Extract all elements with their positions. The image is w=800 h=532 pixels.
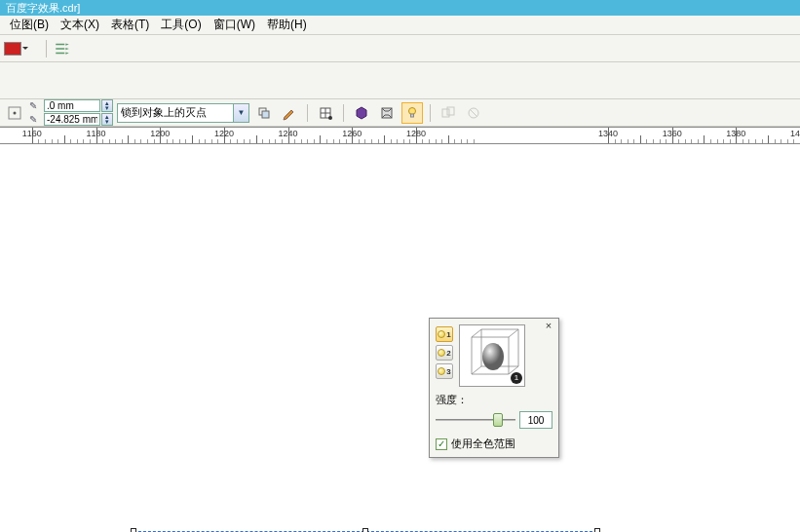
anchor-dropdown[interactable]: ▼	[117, 103, 249, 123]
svg-rect-10	[447, 107, 454, 115]
y-icon: ✎	[29, 114, 43, 126]
separator	[46, 40, 47, 57]
canvas[interactable]: × 1 2 3 1 强度：	[0, 144, 800, 514]
separator	[307, 104, 308, 122]
light-slots: 1 2 3	[436, 326, 453, 379]
y-spinner[interactable]: ▴▾	[101, 113, 113, 126]
light-3-button[interactable]: 3	[436, 363, 453, 379]
depth-button[interactable]	[351, 102, 372, 124]
title-text: 百度字效果.cdr]	[6, 2, 80, 14]
svg-point-1	[14, 111, 17, 114]
menu-text[interactable]: 文本(X)	[55, 15, 105, 35]
ruler-label: 1360	[663, 129, 682, 138]
title-bar: 百度字效果.cdr]	[0, 0, 800, 16]
ruler-label: 1200	[150, 129, 170, 138]
svg-point-5	[328, 116, 332, 120]
lighting-preview[interactable]: 1	[459, 324, 525, 387]
page-rotation-button[interactable]	[315, 102, 336, 124]
x-icon: ✎	[29, 100, 43, 112]
ruler-label: 1160	[22, 129, 42, 138]
intensity-slider[interactable]	[436, 411, 515, 429]
resize-handle[interactable]	[131, 528, 136, 532]
svg-rect-3	[262, 111, 269, 118]
anchor-input[interactable]	[117, 103, 234, 123]
ruler-label: 1280	[406, 129, 426, 138]
light-badge: 1	[511, 372, 522, 384]
bulb-icon	[438, 367, 445, 375]
resize-handle[interactable]	[362, 528, 368, 532]
bulb-icon	[438, 330, 445, 338]
brush-button[interactable]	[279, 102, 300, 124]
copy-vp-button[interactable]	[253, 102, 275, 124]
color-toolbar	[0, 35, 800, 62]
close-icon[interactable]: ×	[543, 321, 554, 332]
x-spinner[interactable]: ▴▾	[101, 99, 113, 112]
horizontal-ruler[interactable]: 1160118012001220124012601280134013601380…	[0, 127, 800, 144]
lighting-button[interactable]	[401, 102, 423, 124]
checkbox-label: 使用全色范围	[451, 437, 515, 451]
menu-table[interactable]: 表格(T)	[105, 15, 155, 35]
clear-button	[463, 102, 484, 124]
ruler-label: 1240	[279, 129, 298, 138]
svg-point-12	[482, 343, 504, 370]
separator	[343, 104, 344, 122]
chevron-down-icon[interactable]: ▼	[234, 103, 249, 123]
intensity-label: 强度：	[436, 393, 552, 407]
ruler-label: 1340	[598, 129, 618, 138]
menu-bitmap[interactable]: 位图(B)	[4, 15, 55, 35]
menu-bar: 位图(B) 文本(X) 表格(T) 工具(O) 窗口(W) 帮助(H)	[0, 16, 800, 35]
options-icon[interactable]	[54, 40, 71, 57]
coord-group: ✎ ▴▾ ✎ ▴▾	[29, 99, 113, 126]
menu-help[interactable]: 帮助(H)	[261, 15, 313, 35]
ruler-label: 1220	[214, 129, 234, 138]
resize-handle[interactable]	[594, 528, 600, 532]
svg-rect-8	[411, 114, 414, 117]
bulb-icon	[438, 349, 445, 357]
ruler-label: 1380	[726, 129, 745, 138]
light-2-button[interactable]: 2	[436, 345, 453, 361]
ruler-label: 1180	[87, 129, 106, 138]
ruler-label: 1400	[790, 129, 800, 138]
light-1-button[interactable]: 1	[436, 326, 453, 342]
intensity-input[interactable]	[519, 411, 552, 429]
copy-properties-button	[438, 102, 459, 124]
fill-swatch[interactable]	[4, 42, 21, 56]
full-range-checkbox[interactable]: ✓	[436, 438, 447, 450]
property-bar: ✎ ▴▾ ✎ ▴▾ ▼	[0, 99, 800, 127]
menu-tools[interactable]: 工具(O)	[155, 15, 207, 35]
svg-point-7	[409, 107, 416, 114]
bevel-button[interactable]	[376, 102, 398, 124]
svg-rect-9	[442, 109, 449, 117]
separator	[430, 104, 431, 122]
y-input[interactable]	[44, 113, 100, 126]
x-input[interactable]	[44, 99, 100, 112]
spacer-bar	[0, 62, 800, 99]
object-position-icon[interactable]	[4, 102, 25, 124]
menu-window[interactable]: 窗口(W)	[208, 15, 261, 35]
ruler-label: 1260	[342, 129, 362, 138]
lighting-popup: × 1 2 3 1 强度：	[429, 318, 559, 458]
